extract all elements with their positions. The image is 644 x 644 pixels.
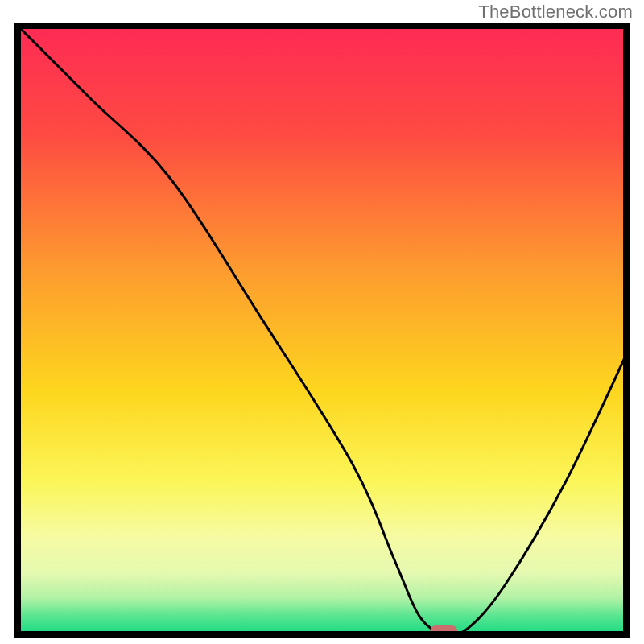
- bottleneck-chart: [14, 23, 630, 638]
- chart-frame: [14, 23, 630, 638]
- watermark-text: TheBottleneck.com: [478, 2, 633, 23]
